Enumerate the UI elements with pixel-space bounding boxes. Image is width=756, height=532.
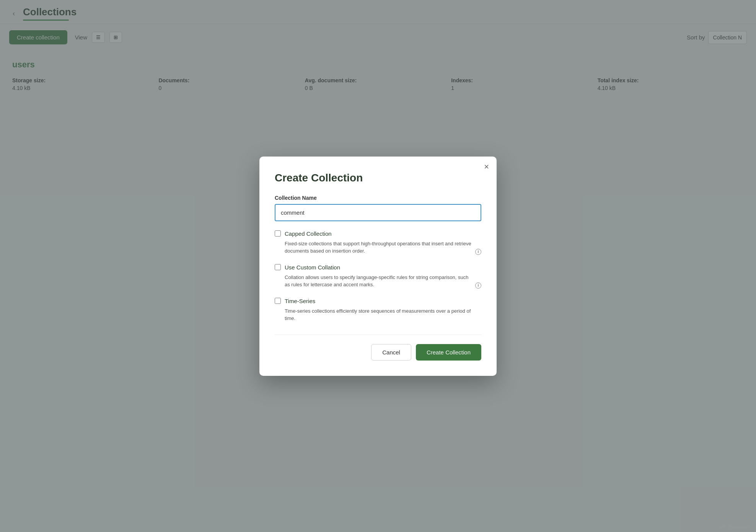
modal-footer: Cancel Create Collection (275, 335, 481, 361)
custom-collation-section: Use Custom Collation Collation allows us… (275, 264, 481, 289)
custom-collation-row: Use Custom Collation (275, 264, 481, 271)
timeseries-row: Time-Series (275, 298, 481, 304)
collation-info-icon[interactable]: i (475, 282, 481, 289)
modal-title: Create Collection (275, 172, 481, 184)
capped-collection-checkbox[interactable] (275, 230, 281, 237)
timeseries-section: Time-Series Time-series collections effi… (275, 298, 481, 322)
custom-collation-checkbox[interactable] (275, 264, 281, 270)
create-collection-modal: × Create Collection Collection Name Capp… (259, 157, 497, 376)
capped-collection-label[interactable]: Capped Collection (285, 230, 332, 237)
capped-info-icon[interactable]: i (475, 249, 481, 255)
custom-collation-label[interactable]: Use Custom Collation (285, 264, 340, 271)
collection-name-label: Collection Name (275, 195, 481, 201)
custom-collation-desc: Collation allows users to specify langua… (285, 274, 481, 289)
create-collection-submit-button[interactable]: Create Collection (416, 344, 481, 361)
capped-collection-row: Capped Collection (275, 230, 481, 237)
collection-name-input[interactable] (275, 204, 481, 221)
modal-overlay: × Create Collection Collection Name Capp… (0, 0, 756, 532)
cancel-button[interactable]: Cancel (371, 344, 411, 361)
timeseries-checkbox[interactable] (275, 298, 281, 304)
capped-collection-desc: Fixed-size collections that support high… (285, 240, 481, 255)
modal-close-button[interactable]: × (484, 163, 489, 171)
capped-collection-section: Capped Collection Fixed-size collections… (275, 230, 481, 255)
timeseries-label[interactable]: Time-Series (285, 298, 315, 304)
timeseries-desc: Time-series collections efficiently stor… (285, 307, 481, 322)
